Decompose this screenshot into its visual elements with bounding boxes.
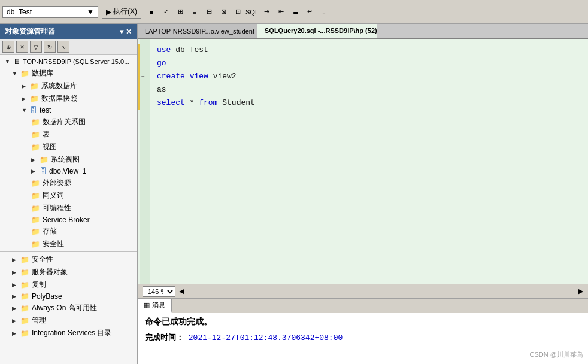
external-label: 外部资源 [43, 178, 71, 188]
zoom-selector[interactable]: 146 % 100 % 150 % 200 % [143, 286, 175, 297]
folder-icon: 📁 [31, 131, 40, 139]
sidebar-item-views[interactable]: 📁 视图 [0, 141, 137, 153]
synonyms-label: 同义词 [43, 190, 64, 201]
sidebar-controls: ▾ ✕ [120, 28, 132, 36]
folder-icon: 📁 [20, 304, 29, 313]
execute-button[interactable]: ▶ 执行(X) [102, 5, 141, 19]
messages-content: 命令已成功完成。 完成时间： 2021-12-27T01:12:48.37063… [138, 313, 588, 364]
sidebar-item-dbo-view1[interactable]: ▶ 🗄 dbo.View_1 [0, 166, 137, 177]
sidebar-item-storage[interactable]: 📁 存储 [0, 225, 137, 238]
toolbar-icons: ■ ✓ ⊞ ≡ ⊟ ⊠ ⊡ SQL ⇥ ⇤ ≣ ↵ … [145, 5, 331, 19]
sidebar-item-security[interactable]: 📁 安全性 [0, 238, 137, 250]
activity-button[interactable]: ∿ [57, 41, 69, 53]
sidebar-item-integration[interactable]: ▶ 📁 Integration Services 目录 [0, 327, 137, 339]
scrollbar-right[interactable]: ▶ [578, 287, 583, 295]
folder-icon: 📁 [31, 216, 40, 224]
server-item[interactable]: ▼ 🖥 TOP-NRSSD9IP (SQL Server 15.0... [0, 56, 137, 67]
stop-button[interactable]: ■ [145, 5, 158, 19]
folder-icon: 📁 [20, 317, 29, 325]
sidebar-item-diagrams[interactable]: 📁 数据库关系图 [0, 116, 137, 128]
indent-button[interactable]: ⇥ [260, 5, 273, 19]
messages-icon: ▦ [144, 301, 150, 309]
sidebar-item-synonyms[interactable]: 📁 同义词 [0, 189, 137, 202]
main-layout: 对象资源管理器 ▾ ✕ ⊕ ✕ ▽ ↻ ∿ ▼ 🖥 TOP-NRSSD9IP (… [0, 24, 588, 364]
scrollbar-left[interactable]: ◀ [179, 287, 184, 295]
dedent-button[interactable]: ⇤ [274, 5, 287, 19]
system-db-label: 系统数据库 [41, 81, 77, 91]
time-label: 完成时间： [145, 333, 184, 342]
tab-sqlquery20[interactable]: SQLQuery20.sql -...RSSD9IP\hp (52))* ✕ [257, 24, 377, 38]
sidebar-pin-icon[interactable]: ▾ [120, 28, 123, 36]
expand-icon: ▶ [12, 293, 18, 299]
expand-icon: ▶ [31, 168, 37, 174]
db-icon: 🗄 [40, 167, 47, 175]
refresh-button[interactable]: ↻ [44, 41, 56, 53]
code-editor[interactable]: use db_Test go create view view2 as sele… [150, 39, 588, 284]
sidebar-item-test[interactable]: ▼ 🗄 test [0, 105, 137, 116]
editor-gutter: − [140, 39, 150, 284]
folder-icon: 📁 [31, 179, 40, 187]
tab-view-student[interactable]: LAPTOP-NRSSD9IP...o.view_student [138, 24, 257, 38]
server-icon: 🖥 [13, 57, 20, 66]
grid2-button[interactable]: ⊟ [202, 5, 216, 19]
expand-icon: ▶ [22, 83, 28, 89]
wrap-button[interactable]: ↵ [303, 5, 316, 19]
expand-icon: ▼ [12, 71, 18, 77]
integration-label: Integration Services 目录 [32, 328, 111, 338]
folder-icon: 📁 [20, 256, 29, 264]
table-button[interactable]: ⊡ [231, 5, 244, 19]
sidebar-item-service-broker[interactable]: 📁 Service Broker [0, 214, 137, 225]
collapse-btn-3[interactable] [140, 57, 150, 70]
connect-button[interactable]: ⊕ [2, 41, 14, 53]
expand-icon: ▶ [12, 305, 18, 311]
more-button[interactable]: … [317, 5, 331, 19]
sidebar-item-tables[interactable]: 📁 表 [0, 128, 137, 141]
format-button[interactable]: ≣ [289, 5, 302, 19]
broker-label: Service Broker [43, 216, 90, 224]
checkmark-button[interactable]: ✓ [159, 5, 172, 19]
databases-label: 数据库 [32, 68, 53, 78]
sidebar-item-security-top[interactable]: ▶ 📁 安全性 [0, 253, 137, 266]
messages-tab[interactable]: ▦ 消息 [138, 299, 172, 313]
expand-icon: ▶ [12, 282, 18, 288]
collapse-btn-4 [140, 83, 150, 96]
disconnect-button[interactable]: ✕ [16, 41, 28, 53]
main-toolbar: db_Test ▼ ▶ 执行(X) ■ ✓ ⊞ ≡ ⊟ ⊠ ⊡ SQL ⇥ ⇤ … [0, 0, 588, 24]
tab-label: LAPTOP-NRSSD9IP...o.view_student [145, 28, 254, 35]
sidebar-item-polybase[interactable]: ▶ 📁 PolyBase [0, 291, 137, 302]
system-views-label: 系统视图 [51, 154, 80, 165]
sidebar: 对象资源管理器 ▾ ✕ ⊕ ✕ ▽ ↻ ∿ ▼ 🖥 TOP-NRSSD9IP (… [0, 24, 138, 364]
sidebar-item-programmability[interactable]: 📁 可编程性 [0, 202, 137, 214]
replication-label: 复制 [32, 280, 46, 290]
sidebar-item-alwayson[interactable]: ▶ 📁 Always On 高可用性 [0, 302, 137, 314]
sidebar-item-server-objects[interactable]: ▶ 📁 服务器对象 [0, 266, 137, 278]
sidebar-item-replication[interactable]: ▶ 📁 复制 [0, 278, 137, 291]
sidebar-item-databases[interactable]: ▼ 📁 数据库 [0, 67, 137, 80]
sidebar-item-system-views[interactable]: ▶ 📁 系统视图 [0, 153, 137, 166]
sidebar-close-icon[interactable]: ✕ [126, 28, 132, 36]
sql-button[interactable]: SQL [245, 5, 259, 19]
zoom-bar: 146 % 100 % 150 % 200 % ◀ ▶ [138, 284, 588, 298]
folder-icon: 📁 [20, 281, 29, 289]
tab-label: SQLQuery20.sql -...RSSD9IP\hp (52))* [265, 27, 377, 34]
grid-button[interactable]: ⊞ [174, 5, 187, 19]
folder-icon: 📁 [20, 268, 29, 277]
sidebar-item-snapshot[interactable]: ▶ 📁 数据库快照 [0, 92, 137, 105]
filter-button[interactable]: ▽ [30, 41, 42, 53]
security-top-label: 安全性 [32, 254, 53, 265]
security-label: 安全性 [43, 239, 64, 249]
sidebar-item-external[interactable]: 📁 外部资源 [0, 177, 137, 189]
sidebar-item-management[interactable]: ▶ 📁 管理 [0, 314, 137, 327]
sidebar-item-system-db[interactable]: ▶ 📁 系统数据库 [0, 80, 137, 92]
folder-icon: 📁 [31, 118, 40, 126]
expand-icon: ▼ [22, 107, 28, 113]
sidebar-title: 对象资源管理器 [5, 26, 55, 37]
database-selector[interactable]: db_Test ▼ [2, 6, 98, 18]
folder-icon: 📁 [20, 69, 29, 78]
results-button[interactable]: ≡ [188, 5, 201, 19]
split-button[interactable]: ⊠ [217, 5, 230, 19]
expand-icon: ▶ [22, 96, 28, 102]
collapse-btn-3[interactable] [140, 44, 150, 57]
folder-icon: 📁 [31, 192, 40, 200]
collapse-btn-3[interactable]: − [140, 70, 150, 83]
